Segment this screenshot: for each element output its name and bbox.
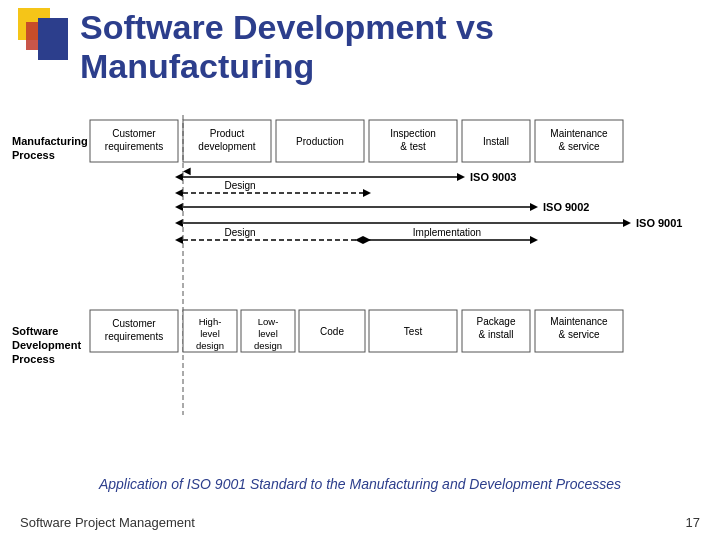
svg-marker-24 — [363, 189, 371, 197]
mfg-label: Manufacturing — [12, 135, 88, 147]
svg-text:Package: Package — [477, 316, 516, 327]
svg-marker-27 — [175, 203, 183, 211]
svg-text:Code: Code — [320, 326, 344, 337]
svg-text:& service: & service — [558, 329, 600, 340]
svg-text:& test: & test — [400, 141, 426, 152]
bottom-text-content: Application of ISO 9001 Standard to the … — [99, 476, 621, 492]
svg-text:Install: Install — [483, 136, 509, 147]
svg-text:& service: & service — [558, 141, 600, 152]
diagram-svg: Manufacturing Process Customer requireme… — [0, 115, 720, 425]
logo-decoration — [18, 8, 70, 68]
svg-text:development: development — [198, 141, 255, 152]
footer: Software Project Management 17 — [20, 515, 700, 530]
svg-text:ISO 9001: ISO 9001 — [636, 217, 682, 229]
svg-text:level: level — [258, 328, 278, 339]
footer-left: Software Project Management — [20, 515, 195, 530]
svg-text:Software: Software — [12, 325, 58, 337]
bottom-caption: Application of ISO 9001 Standard to the … — [0, 476, 720, 492]
svg-text:Process: Process — [12, 149, 55, 161]
svg-text:Design: Design — [224, 180, 255, 191]
svg-marker-39 — [355, 236, 363, 244]
svg-text:Implementation: Implementation — [413, 227, 481, 238]
svg-marker-23 — [175, 189, 183, 197]
svg-text:Customer: Customer — [112, 128, 156, 139]
svg-text:ISO 9002: ISO 9002 — [543, 201, 589, 213]
svg-text:Test: Test — [404, 326, 423, 337]
svg-text:requirements: requirements — [105, 141, 163, 152]
svg-text:Maintenance: Maintenance — [550, 316, 608, 327]
svg-text:Inspection: Inspection — [390, 128, 436, 139]
svg-text:Design: Design — [224, 227, 255, 238]
footer-right: 17 — [686, 515, 700, 530]
svg-text:& install: & install — [478, 329, 513, 340]
svg-marker-19 — [457, 173, 465, 181]
svg-text:Customer: Customer — [112, 318, 156, 329]
svg-text:design: design — [254, 340, 282, 351]
svg-text:Process: Process — [12, 353, 55, 365]
svg-text:Development: Development — [12, 339, 81, 351]
svg-text:Low-: Low- — [258, 316, 279, 327]
svg-text:ISO 9003: ISO 9003 — [470, 171, 516, 183]
logo-blue — [38, 18, 68, 60]
svg-text:Production: Production — [296, 136, 344, 147]
svg-text:design: design — [196, 340, 224, 351]
svg-text:Maintenance: Maintenance — [550, 128, 608, 139]
svg-marker-40 — [530, 236, 538, 244]
svg-marker-35 — [175, 236, 183, 244]
svg-text:Product: Product — [210, 128, 245, 139]
title-area: Software Development vs Manufacturing — [80, 8, 710, 86]
svg-text:level: level — [200, 328, 220, 339]
page-title: Software Development vs Manufacturing — [80, 8, 710, 86]
svg-marker-18 — [175, 173, 183, 181]
svg-text:requirements: requirements — [105, 331, 163, 342]
svg-marker-31 — [175, 219, 183, 227]
svg-text:High-: High- — [199, 316, 222, 327]
svg-marker-28 — [530, 203, 538, 211]
svg-marker-32 — [623, 219, 631, 227]
svg-text:◀: ◀ — [183, 165, 191, 176]
